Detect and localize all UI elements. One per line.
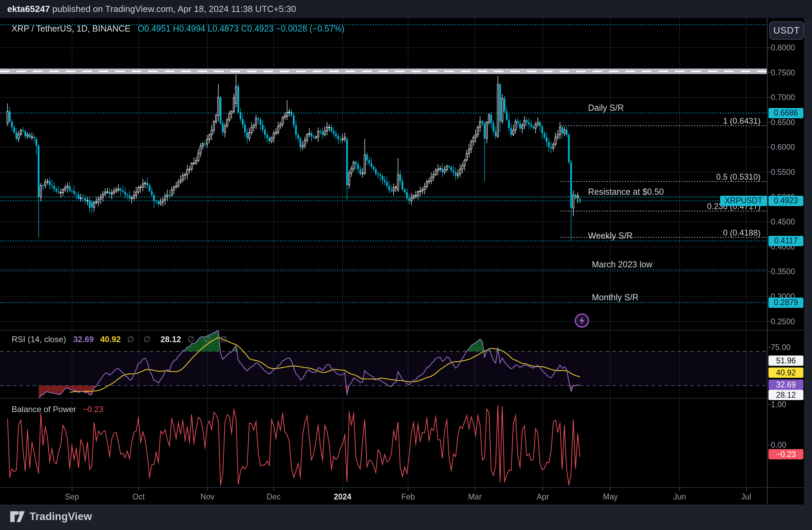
price-level-pill: 0.6686 (768, 108, 803, 118)
time-axis-label: Jun (664, 492, 695, 502)
price-axis-tick: 0.3500 (771, 267, 802, 276)
rsi-label[interactable]: RSI (14, close) (12, 335, 66, 344)
time-axis-label: Sep (57, 492, 87, 502)
rsi-ma-value: 40.92 (100, 335, 121, 344)
bop-value: −0.23 (83, 405, 104, 414)
time-axis-label: Mar (459, 492, 490, 502)
rsi-value-pill: 32.69 (768, 380, 803, 390)
chart-annotation: Resistance at $0.50 (588, 187, 664, 197)
publisher-username: ekta65247 (7, 4, 50, 14)
price-axis-tick: 0.6000 (771, 143, 802, 152)
price-axis-tick: 0.6500 (771, 118, 802, 127)
fib-level-label: 1 (0.6431) (548, 116, 761, 126)
publish-bar: ekta65247 published on TradingView.com, … (0, 0, 812, 18)
tradingview-logo-text: TradingView (29, 510, 92, 523)
time-axis-label: Feb (393, 492, 423, 502)
symbol-title-row: XRP / TetherUS, 1D, BINANCE O0.4951 H0.4… (12, 24, 345, 34)
fib-level-label: 0 (0.4188) (548, 228, 761, 238)
rsi-axis-tick: 75.00 (771, 343, 802, 352)
chart-annotation: Monthly S/R (592, 292, 638, 302)
rsi-value: 32.69 (73, 335, 94, 344)
fib-level-label: 0.5 (0.5310) (548, 172, 761, 182)
price-axis-tick: 0.2500 (771, 317, 802, 326)
bop-label[interactable]: Balance of Power (12, 405, 76, 414)
publish-info: published on TradingView.com, Apr 18, 20… (50, 4, 296, 14)
rsi-phantom-values-1: ∅ ∅ (127, 335, 154, 344)
rsi-band-value: 28.12 (160, 335, 181, 344)
price-axis-tick: 0.7000 (771, 93, 802, 102)
price-level-pill: 0.4117 (768, 236, 803, 246)
ohlc-values: O0.4951 H0.4994 L0.4873 C0.4923 −0.0028 … (138, 24, 344, 33)
chart-annotation: March 2023 low (592, 260, 652, 269)
price-level-pill: 0.2879 (768, 298, 803, 308)
tradingview-logo-icon (10, 510, 25, 523)
chart-annotation: Daily S/R (588, 103, 624, 113)
rsi-value-pill: 40.92 (768, 368, 803, 378)
price-axis[interactable] (767, 18, 805, 505)
bop-axis-tick: 1.00 (771, 400, 802, 409)
time-axis-label: Dec (258, 492, 289, 502)
rsi-phantom-values-2: ∅ ∅ ∅ (188, 335, 231, 344)
price-level-pill: 0.4923 (768, 196, 803, 206)
tradingview-snapshot: ekta65247 published on TradingView.com, … (0, 0, 812, 530)
rsi-value-pill: 51.96 (768, 356, 803, 366)
rsi-pane-header: RSI (14, close) 32.69 40.92 ∅ ∅ 28.12 ∅ … (12, 335, 231, 344)
price-axis-tick: 0.7500 (771, 68, 802, 77)
time-axis-label: Oct (123, 492, 154, 502)
bop-value-pill: −0.23 (768, 449, 803, 459)
bop-pane-header: Balance of Power −0.23 (12, 405, 104, 414)
rsi-value-pill: 28.12 (768, 390, 803, 400)
symbol-name[interactable]: XRP / TetherUS, 1D, BINANCE (12, 24, 130, 33)
price-axis-tick: 0.8000 (771, 43, 802, 52)
price-axis-tick: 0.4500 (771, 217, 802, 227)
lightning-icon[interactable] (574, 313, 590, 328)
time-axis-label: May (595, 492, 626, 502)
chart-canvas[interactable] (0, 0, 812, 530)
time-axis-label: 2024 (327, 492, 358, 502)
bop-axis-tick: 0.00 (771, 441, 802, 450)
currency-toggle-button[interactable]: USDT (769, 21, 804, 40)
price-axis-tick: 0.5500 (771, 168, 802, 177)
time-axis-label: Apr (527, 492, 558, 502)
tradingview-logo[interactable]: TradingView (10, 510, 92, 523)
symbol-price-flag: XRPUSDT (720, 196, 767, 206)
time-axis-label: Jul (731, 492, 762, 502)
chart-annotation: Weekly S/R (588, 231, 633, 241)
time-axis-label: Nov (192, 492, 223, 502)
